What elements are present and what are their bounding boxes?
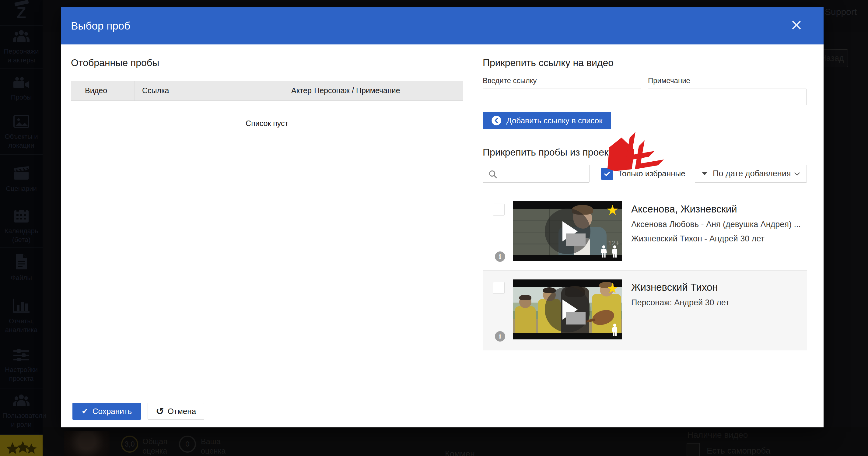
attach-from-project-heading: Прикрепить пробы из проекта xyxy=(483,147,807,158)
sidebar: Z Персонажи и актеры Пробы Объекты и лок… xyxy=(0,0,42,456)
app-logo[interactable]: Z xyxy=(0,0,42,26)
person-icon xyxy=(611,324,619,336)
sidebar-item-label: Отчеты, аналитика xyxy=(2,317,40,334)
item-actor-line: Жизневский Тихон - Андрей 30 лет xyxy=(631,234,804,244)
play-button-icon[interactable] xyxy=(545,209,590,254)
favorite-star-icon: ★ xyxy=(606,281,619,295)
person-icon xyxy=(611,245,619,257)
audition-list: i ★ 12+ xyxy=(483,192,807,351)
item-title[interactable]: Аксенова, Жизневский xyxy=(631,203,804,215)
sidebar-item-scripts[interactable]: Сценарии xyxy=(0,155,42,205)
save-button[interactable]: ✔ Сохранить xyxy=(72,403,141,420)
item-actor-line: Аксенова Любовь - Аня (девушка Андрея) .… xyxy=(631,220,804,229)
self-tape-label: Есть самопроба xyxy=(707,445,770,456)
modal-footer: ✔ Сохранить ↺ Отмена xyxy=(61,395,824,427)
sidebar-item-project-settings[interactable]: Настройки проекта xyxy=(0,344,42,388)
link-input[interactable] xyxy=(483,89,641,105)
play-button-icon[interactable] xyxy=(545,287,590,332)
column-header-video: Видео xyxy=(71,81,135,100)
sidebar-item-auditions[interactable]: Пробы xyxy=(0,69,42,110)
save-button-label: Сохранить xyxy=(93,407,132,416)
chevron-down-icon xyxy=(793,170,801,178)
search-input[interactable] xyxy=(500,165,587,182)
cancel-button-label: Отмена xyxy=(168,407,196,416)
sidebar-item-label: Объекты и локации xyxy=(2,132,40,150)
checkmark-icon: ✔ xyxy=(82,407,88,416)
modal-header: Выбор проб × xyxy=(61,7,824,44)
self-tape-checkbox[interactable] xyxy=(687,443,700,456)
sidebar-item-users-roles[interactable]: Пользователи и роли xyxy=(0,388,42,435)
close-icon[interactable]: × xyxy=(789,18,804,33)
selected-auditions-heading: Отобранные пробы xyxy=(71,57,463,68)
sort-direction-icon xyxy=(702,172,707,175)
overall-rating-label: Общая оценка xyxy=(143,437,179,456)
sidebar-item-reports-analytics[interactable]: Отчеты, аналитика xyxy=(0,289,42,344)
add-link-button[interactable]: Добавить ссылку в список xyxy=(483,112,611,129)
list-toolbar: Только избранные По дате добавления xyxy=(483,165,807,183)
your-rating-value: 0 xyxy=(185,440,189,448)
cancel-button[interactable]: ↺ Отмена xyxy=(148,403,204,420)
item-actor-line: Персонаж: Андрей 30 лет xyxy=(631,298,804,307)
overall-rating-value: 3,0 xyxy=(124,440,134,448)
back-button-label: Назад xyxy=(820,54,844,63)
actors-count-icons xyxy=(608,324,619,336)
note-input[interactable] xyxy=(648,89,807,105)
video-thumbnail[interactable]: ★ xyxy=(513,279,622,339)
favorite-star-icon: ★ xyxy=(606,203,619,217)
link-form: Введите ссылку Примечание xyxy=(483,77,807,105)
sidebar-item-files[interactable]: Файлы xyxy=(0,248,42,289)
sort-dropdown-value: По дате добавления xyxy=(713,169,793,178)
checkmark-icon xyxy=(603,170,611,178)
audition-list-item[interactable]: i ★ 12+ xyxy=(483,192,807,271)
sidebar-item-label: Сценарии xyxy=(2,184,40,193)
overall-rating-circle: 3,0 xyxy=(121,435,138,453)
sidebar-item-objects-locations[interactable]: Объекты и локации xyxy=(0,110,42,155)
users-icon xyxy=(13,394,30,407)
link-input-label: Введите ссылку xyxy=(483,77,641,85)
sidebar-item-label: Пробы xyxy=(2,93,40,102)
search-icon xyxy=(488,169,498,179)
audition-selection-modal: Выбор проб × Отобранные пробы Видео Ссыл… xyxy=(61,7,824,427)
arrow-left-circle-icon xyxy=(491,115,502,126)
modal-title: Выбор проб xyxy=(71,20,130,32)
item-title[interactable]: Жизневский Тихон xyxy=(631,281,804,293)
modal-body: Отобранные пробы Видео Ссылка Актер-Перс… xyxy=(61,44,824,395)
item-select-checkbox[interactable] xyxy=(493,282,505,294)
sidebar-item-calendar[interactable]: Календарь (бета) xyxy=(0,205,42,248)
logo-z-icon: Z xyxy=(17,5,26,21)
video-camera-icon xyxy=(13,77,30,89)
actor-photo-thumbnail xyxy=(64,431,110,456)
note-input-label: Примечание xyxy=(648,77,807,85)
people-group-icon xyxy=(13,30,30,43)
image-icon xyxy=(13,115,30,128)
column-header-empty xyxy=(440,81,463,100)
actors-count-icons xyxy=(597,245,619,257)
item-select-checkbox[interactable] xyxy=(493,204,505,215)
video-thumbnail[interactable]: ★ 12+ xyxy=(513,201,622,261)
comments-label: Коммен xyxy=(445,449,475,456)
bar-chart-icon xyxy=(13,299,30,313)
info-icon[interactable]: i xyxy=(495,251,505,262)
calendar-icon xyxy=(13,209,29,222)
sidebar-item-label: Персонажи и актеры xyxy=(2,47,40,64)
sidebar-item-label: Пользователи и роли xyxy=(2,412,40,429)
empty-list-text: Список пуст xyxy=(71,119,463,128)
only-favorites-checkbox[interactable] xyxy=(601,168,613,180)
audition-list-item[interactable]: i xyxy=(483,271,807,351)
info-icon[interactable]: i xyxy=(495,331,505,341)
column-header-actor-character: Актер-Персонаж / Примечание xyxy=(284,81,440,100)
screen: lz Support Назад 3,0 Общая оценка 0 Ваша… xyxy=(0,0,868,456)
sidebar-item-label: Настройки проекта xyxy=(2,366,40,383)
your-rating-circle[interactable]: 0 xyxy=(179,435,196,453)
only-favorites-label[interactable]: Только избранные xyxy=(618,169,685,178)
attach-link-heading: Прикрепить ссылку на видео xyxy=(483,57,807,68)
sidebar-item-characters-actors[interactable]: Персонажи и актеры xyxy=(0,26,42,69)
column-header-link: Ссылка xyxy=(135,81,284,100)
attach-panel: Прикрепить ссылку на видео Введите ссылк… xyxy=(473,44,824,395)
sort-dropdown[interactable]: По дате добавления xyxy=(695,165,807,183)
sidebar-item-favorites[interactable] xyxy=(0,435,42,456)
your-rating-label: Ваша оценка xyxy=(201,437,234,456)
search-box[interactable] xyxy=(483,165,590,183)
undo-icon: ↺ xyxy=(156,406,164,416)
page-behind-modal: 3,0 Общая оценка 0 Ваша оценка Коммен На… xyxy=(42,427,868,456)
